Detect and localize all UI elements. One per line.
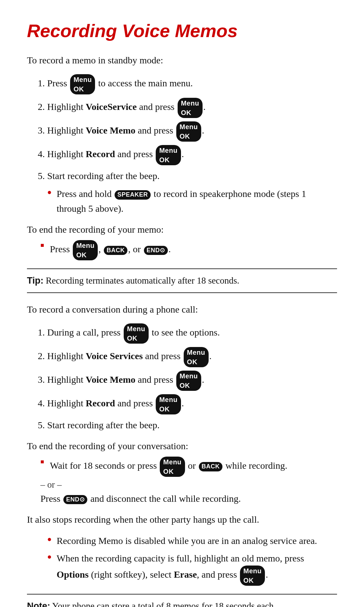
- end-conv-badge: END⊙: [63, 495, 87, 504]
- tip-label: Tip:: [27, 276, 43, 286]
- menu-ok-end-badge: MenuOK: [73, 240, 98, 260]
- page-title: Recording Voice Memos: [27, 20, 337, 41]
- speakerphone-bullet-item: Press and hold SPEAKER to record in spea…: [47, 186, 337, 216]
- or-line: – or –: [40, 480, 337, 490]
- standby-step-5: Start recording after the beep. Press an…: [47, 169, 337, 216]
- call-step-5: Start recording after the beep.: [47, 418, 337, 432]
- menu-ok-call-badge-4: MenuOK: [156, 394, 181, 414]
- standby-step-2: Highlight VoiceService and press MenuOK.: [47, 98, 337, 118]
- call-step-2: Highlight Voice Services and press MenuO…: [47, 347, 337, 367]
- menu-ok-badge-3: MenuOK: [176, 121, 201, 142]
- menu-ok-badge-4: MenuOK: [156, 145, 181, 165]
- end-recording-item: Press MenuOK, BACK, or END⊙.: [40, 240, 337, 260]
- standby-step-3: Highlight Voice Memo and press MenuOK.: [47, 121, 337, 142]
- also-stops-text: It also stops recording when the other p…: [27, 513, 337, 527]
- tip-box: Tip: Recording terminates automatically …: [27, 268, 337, 293]
- speakerphone-bullet-list: Press and hold SPEAKER to record in spea…: [47, 186, 337, 216]
- end-recording-list: Press MenuOK, BACK, or END⊙.: [40, 240, 337, 260]
- menu-ok-call-badge-3: MenuOK: [176, 371, 201, 391]
- menu-ok-call-badge-1: MenuOK: [124, 323, 149, 344]
- menu-ok-badge-1: MenuOK: [70, 74, 95, 94]
- menu-ok-badge-2: MenuOK: [178, 98, 203, 118]
- extra-bullet-1: Recording Memo is disabled while you are…: [47, 533, 337, 548]
- standby-step-1: Press MenuOK to access the main menu.: [47, 74, 337, 94]
- speaker-badge: SPEAKER: [115, 190, 151, 199]
- call-step-4: Highlight Record and press MenuOK.: [47, 394, 337, 414]
- call-steps-list: During a call, press MenuOK to see the o…: [47, 323, 337, 432]
- call-intro: To record a conversation during a phone …: [27, 302, 337, 317]
- extra-bullet-2: When the recording capacity is full, hig…: [47, 551, 337, 586]
- end-conv-list: Wait for 18 seconds or press MenuOK or B…: [40, 457, 337, 477]
- end-conv-item: Wait for 18 seconds or press MenuOK or B…: [40, 457, 337, 477]
- menu-ok-call-badge-2: MenuOK: [184, 347, 209, 367]
- note-text: Your phone can store a total of 8 memos …: [50, 601, 276, 607]
- standby-steps-list: Press MenuOK to access the main menu. Hi…: [47, 74, 337, 216]
- extra-bullets-list: Recording Memo is disabled while you are…: [47, 533, 337, 586]
- end-conv-intro: To end the recording of your conversatio…: [27, 439, 337, 453]
- menu-ok-wait-badge: MenuOK: [160, 457, 185, 477]
- standby-step-4: Highlight Record and press MenuOK.: [47, 145, 337, 165]
- note-label: Note:: [27, 601, 50, 607]
- call-step-3: Highlight Voice Memo and press MenuOK.: [47, 371, 337, 391]
- call-step-1: During a call, press MenuOK to see the o…: [47, 323, 337, 344]
- end-badge: END⊙: [144, 246, 168, 255]
- press-end-line: Press END⊙ and disconnect the call while…: [40, 491, 337, 506]
- tip-text: Recording terminates automatically after…: [43, 276, 239, 286]
- end-recording-intro: To end the recording of your memo:: [27, 223, 337, 237]
- back-wait-badge: BACK: [199, 462, 222, 471]
- standby-intro: To record a memo in standby mode:: [27, 53, 337, 67]
- note-box: Note: Your phone can store a total of 8 …: [27, 594, 337, 607]
- menu-ok-erase-badge: MenuOK: [240, 566, 265, 586]
- back-badge: BACK: [104, 246, 127, 255]
